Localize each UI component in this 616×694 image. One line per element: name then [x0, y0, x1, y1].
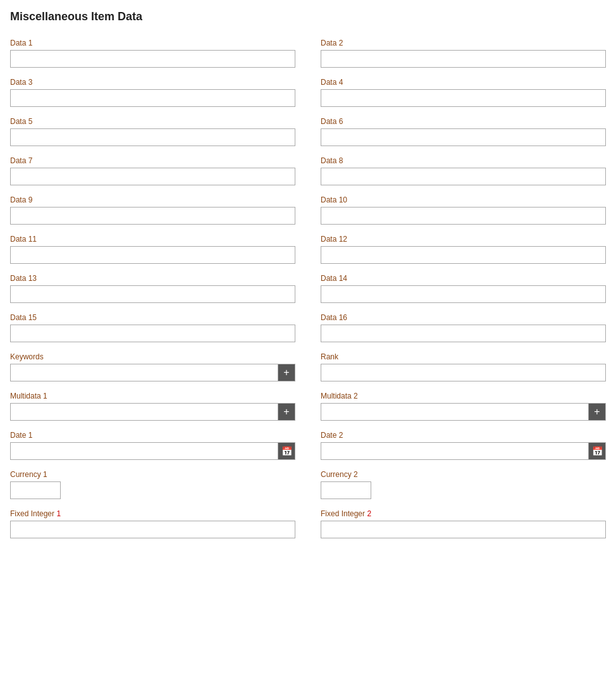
input-data2[interactable]	[321, 50, 606, 68]
label-data15: Data 15	[10, 313, 295, 322]
input-data6[interactable]	[321, 128, 606, 146]
label-data7: Data 7	[10, 156, 295, 165]
label-data10: Data 10	[321, 195, 606, 204]
multidata2-input-group: +	[321, 403, 606, 421]
field-data7: Data 7	[10, 156, 295, 185]
page-title: Miscellaneous Item Data	[10, 10, 606, 23]
label-keywords: Keywords	[10, 352, 295, 361]
input-multidata1[interactable]	[10, 403, 278, 421]
field-data16: Data 16	[321, 313, 606, 342]
field-data13: Data 13	[10, 274, 295, 303]
calendar-date2-button[interactable]: 📅	[588, 442, 606, 460]
date1-input-group: 📅	[10, 442, 295, 460]
input-data11[interactable]	[10, 246, 295, 264]
field-fixedint2: Fixed Integer 2	[321, 509, 606, 538]
input-currency2[interactable]	[321, 481, 371, 499]
field-data3: Data 3	[10, 78, 295, 107]
field-data15: Data 15	[10, 313, 295, 342]
label-fixedint1-suffix: 1	[56, 509, 61, 518]
label-currency2: Currency 2	[321, 470, 606, 479]
field-data12: Data 12	[321, 235, 606, 264]
label-data3: Data 3	[10, 78, 295, 87]
label-fixedint2-suffix: 2	[367, 509, 371, 518]
label-data13: Data 13	[10, 274, 295, 283]
label-data5: Data 5	[10, 117, 295, 126]
field-rank: Rank	[321, 352, 606, 381]
input-fixedint2[interactable]	[321, 521, 606, 538]
label-fixedint2: Fixed Integer 2	[321, 509, 606, 518]
field-data14: Data 14	[321, 274, 606, 303]
label-data8: Data 8	[321, 156, 606, 165]
calendar-date1-button[interactable]: 📅	[278, 442, 295, 460]
label-data11: Data 11	[10, 235, 295, 244]
input-keywords[interactable]	[10, 364, 278, 381]
add-multidata1-button[interactable]: +	[278, 403, 295, 421]
input-data7[interactable]	[10, 168, 295, 185]
label-data2: Data 2	[321, 39, 606, 47]
field-multidata1: Multidata 1 +	[10, 392, 295, 421]
input-data8[interactable]	[321, 168, 606, 185]
label-data6: Data 6	[321, 117, 606, 126]
label-data9: Data 9	[10, 195, 295, 204]
field-data8: Data 8	[321, 156, 606, 185]
date2-input-group: 📅	[321, 442, 606, 460]
field-currency1: Currency 1	[10, 470, 295, 499]
label-data4: Data 4	[321, 78, 606, 87]
label-fixedint1: Fixed Integer 1	[10, 509, 295, 518]
field-data9: Data 9	[10, 195, 295, 225]
label-date1: Date 1	[10, 431, 295, 440]
input-data9[interactable]	[10, 207, 295, 225]
label-currency1: Currency 1	[10, 470, 295, 479]
field-data10: Data 10	[321, 195, 606, 225]
field-keywords: Keywords +	[10, 352, 295, 381]
form-grid: Data 1 Data 2 Data 3 Data 4 Data 5 Data …	[10, 39, 606, 548]
input-currency1[interactable]	[10, 481, 61, 499]
field-date1: Date 1 📅	[10, 431, 295, 460]
input-data5[interactable]	[10, 128, 295, 146]
input-data4[interactable]	[321, 89, 606, 107]
field-date2: Date 2 📅	[321, 431, 606, 460]
field-data5: Data 5	[10, 117, 295, 146]
input-date2[interactable]	[321, 442, 588, 460]
label-data1: Data 1	[10, 39, 295, 47]
field-data2: Data 2	[321, 39, 606, 68]
field-fixedint1: Fixed Integer 1	[10, 509, 295, 538]
input-rank[interactable]	[321, 364, 606, 381]
input-multidata2[interactable]	[321, 403, 588, 421]
field-data4: Data 4	[321, 78, 606, 107]
input-date1[interactable]	[10, 442, 278, 460]
label-data12: Data 12	[321, 235, 606, 244]
label-data14: Data 14	[321, 274, 606, 283]
label-multidata2: Multidata 2	[321, 392, 606, 400]
keywords-input-group: +	[10, 364, 295, 381]
field-multidata2: Multidata 2 +	[321, 392, 606, 421]
input-data12[interactable]	[321, 246, 606, 264]
field-data11: Data 11	[10, 235, 295, 264]
multidata1-input-group: +	[10, 403, 295, 421]
add-multidata2-button[interactable]: +	[588, 403, 606, 421]
input-data16[interactable]	[321, 325, 606, 342]
input-data10[interactable]	[321, 207, 606, 225]
input-data13[interactable]	[10, 285, 295, 303]
field-data1: Data 1	[10, 39, 295, 68]
label-data16: Data 16	[321, 313, 606, 322]
input-fixedint1[interactable]	[10, 521, 295, 538]
field-data6: Data 6	[321, 117, 606, 146]
input-data3[interactable]	[10, 89, 295, 107]
add-keyword-button[interactable]: +	[278, 364, 295, 381]
input-data14[interactable]	[321, 285, 606, 303]
label-rank: Rank	[321, 352, 606, 361]
field-currency2: Currency 2	[321, 470, 606, 499]
input-data1[interactable]	[10, 50, 295, 68]
label-date2: Date 2	[321, 431, 606, 440]
label-multidata1: Multidata 1	[10, 392, 295, 400]
input-data15[interactable]	[10, 325, 295, 342]
